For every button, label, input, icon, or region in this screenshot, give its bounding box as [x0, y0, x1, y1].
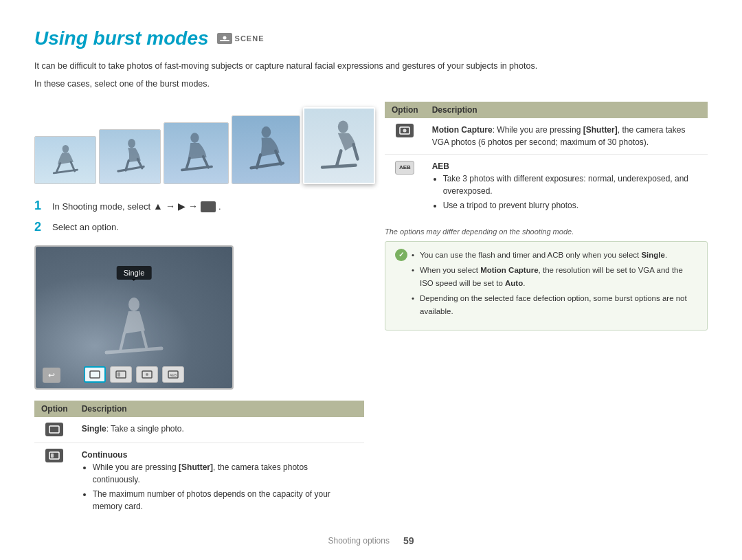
camera-ui: Single [34, 245, 234, 390]
right-column: Option Description [385, 102, 708, 539]
cam-continuous-btn[interactable] [110, 366, 132, 383]
svg-point-0 [223, 36, 226, 40]
note-header: ✓ You can use the flash and timer and AC… [395, 249, 697, 320]
photo-silhouette-1 [35, 137, 95, 183]
footer: Shooting options 59 [0, 535, 742, 546]
right-table-header-row: Option Description [385, 102, 708, 118]
motion-capture-text: : While you are pressing [493, 125, 583, 135]
snowboarder-5-icon [318, 120, 360, 172]
svg-point-3 [128, 139, 135, 148]
shutter-bracket-2: [Shutter] [583, 125, 618, 135]
step-2-label: Select an option. [52, 221, 119, 234]
aeb-bullets: Take 3 photos with different exposures: … [432, 172, 701, 212]
camera-silhouettes-icon [93, 296, 175, 358]
continuous-bullet-1: While you are pressing [Shutter], the ca… [93, 461, 357, 486]
camera-bg-figures [93, 296, 175, 361]
svg-point-4 [190, 133, 199, 143]
right-option-table: Option Description [385, 102, 708, 219]
note-motion-label: Motion Capture [480, 266, 538, 274]
page: Using burst modes SCENE It can be diffic… [0, 0, 742, 560]
svg-rect-8 [90, 371, 100, 378]
cam-motion-btn[interactable] [136, 366, 158, 383]
svg-point-5 [261, 126, 271, 137]
aeb-option-description: AEB Take 3 photos with different exposur… [425, 155, 708, 220]
left-table-header-row: Option Description [34, 401, 364, 417]
camera-tooltip: Single [117, 266, 152, 280]
svg-point-12 [146, 373, 148, 376]
table-row: Single: Take a single photo. [34, 417, 364, 443]
note-list: You can use the flash and timer and ACB … [412, 249, 697, 320]
photo-card-1 [34, 136, 96, 184]
motion-option-description: Motion Capture: While you are pressing [… [425, 118, 708, 155]
single-icon [49, 425, 60, 434]
continuous-option-icon-cell [34, 443, 75, 520]
steps: 1 In Shooting mode, select ▲ → ▶ → . 2 S… [34, 199, 364, 234]
svg-text:AEB: AEB [170, 373, 177, 377]
motion-option-icon-cell [385, 118, 425, 155]
note-item-1: You can use the flash and timer and ACB … [412, 249, 697, 261]
footer-text: Shooting options [328, 536, 390, 546]
table-row: AEB AEB Take 3 photos with different exp… [385, 155, 708, 220]
intro-text-2: In these cases, select one of the burst … [34, 77, 653, 91]
svg-rect-1 [220, 40, 229, 41]
scene-svg-icon [220, 35, 229, 42]
step-1-number: 1 [34, 199, 47, 212]
right-table-header-option: Option [385, 102, 425, 118]
svg-rect-17 [51, 453, 54, 458]
step-2-text: Select an option. [52, 221, 119, 234]
svg-point-2 [62, 145, 69, 153]
continuous-bullet-2: The maximum number of photos depends on … [93, 488, 357, 513]
left-table-header-option: Option [34, 401, 75, 417]
differing-text: The options may differ depending on the … [385, 227, 708, 236]
continuous-option-description: Continuous While you are pressing [Shutt… [75, 443, 364, 520]
step-2-number: 2 [34, 221, 47, 233]
photo-strip [34, 102, 364, 184]
main-content: 1 In Shooting mode, select ▲ → ▶ → . 2 S… [34, 102, 708, 539]
photo-card-3 [164, 122, 229, 184]
cam-aeb-btn[interactable]: AEB [162, 366, 184, 383]
arrow-right-icon-3: → [188, 199, 198, 214]
aeb-mode-icon: AEB [168, 370, 179, 379]
scene-badge: SCENE [217, 33, 265, 44]
photo-silhouette-3 [164, 123, 228, 183]
aeb-option-icon-cell: AEB [385, 155, 425, 220]
note-item-3: Depending on the selected face defection… [412, 292, 697, 317]
photo-silhouette-2 [100, 130, 160, 183]
photo-silhouette-5 [304, 109, 374, 183]
step-1-text: In Shooting mode, select ▲ → ▶ → . [52, 199, 221, 214]
shutter-bracket-1: [Shutter] [179, 462, 213, 472]
arrow-up-icon: ▲ [153, 199, 163, 214]
photo-card-4 [232, 115, 300, 184]
footer-page: 59 [403, 535, 414, 546]
snowboarder-4-icon [246, 126, 286, 174]
aeb-bullet-1: Take 3 photos with different exposures: … [443, 172, 701, 197]
aeb-label: AEB [432, 160, 701, 172]
arrow-right-icon-1: → [166, 199, 175, 214]
note-single-label: Single [641, 251, 665, 259]
scene-label: SCENE [235, 34, 265, 43]
cam-single-btn[interactable] [84, 366, 106, 383]
single-description: : Take a single photo. [106, 424, 184, 434]
camera-back-button[interactable]: ↩ [43, 368, 60, 383]
aeb-bullet-2: Use a tripod to prevent blurry photos. [443, 199, 701, 212]
title-row: Using burst modes SCENE [34, 27, 708, 49]
snowboarder-2-icon [112, 138, 148, 176]
single-option-icon-cell [34, 417, 75, 443]
left-option-table: Option Description [34, 401, 364, 520]
motion-mode-icon [142, 370, 153, 379]
snowboarder-1-icon [47, 144, 84, 177]
svg-rect-10 [117, 372, 120, 377]
photo-card-2 [99, 129, 161, 184]
note-item-2: When you select Motion Capture, the reso… [412, 264, 697, 289]
left-column: 1 In Shooting mode, select ▲ → ▶ → . 2 S… [34, 102, 364, 539]
single-mode-icon [89, 370, 100, 379]
continuous-option-icon [45, 449, 63, 462]
single-label: Single [82, 424, 106, 434]
svg-point-6 [338, 121, 348, 133]
note-box: ✓ You can use the flash and timer and AC… [385, 241, 708, 331]
photo-silhouette-4 [232, 116, 300, 183]
camera-bottom-bar: AEB [84, 366, 184, 383]
photo-card-5 [303, 107, 375, 184]
single-option-description: Single: Take a single photo. [75, 417, 364, 443]
svg-point-7 [128, 298, 139, 311]
